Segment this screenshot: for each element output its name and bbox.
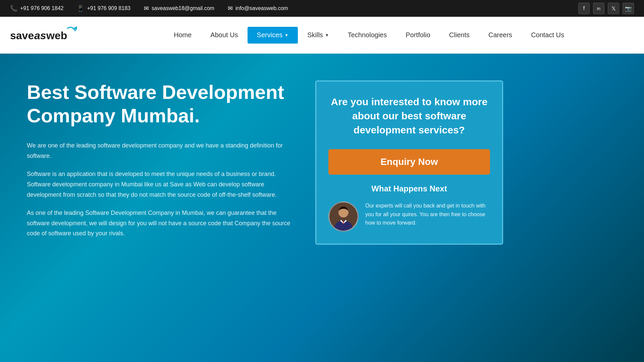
hero-title: Best Software Development Company Mumbai… xyxy=(27,80,295,127)
navbar: save as web Home About Us Services ▼ Ski… xyxy=(0,17,644,54)
facebook-icon[interactable]: f xyxy=(578,3,590,14)
email1-address: saveasweb18@gmail.com xyxy=(152,5,214,11)
email1-icon: ✉ xyxy=(144,5,149,12)
enquiry-now-button[interactable]: Enquiry Now xyxy=(328,149,490,175)
nav-clients[interactable]: Clients xyxy=(440,27,479,44)
nav-about-us[interactable]: About Us xyxy=(201,27,247,44)
logo-svg: save as web xyxy=(10,25,84,45)
what-happens-next-title: What Happens Next xyxy=(328,184,490,193)
email2-contact[interactable]: ✉ info@saveasweb.com xyxy=(228,5,288,12)
hero-paragraph-2: Software is an application that is devel… xyxy=(27,169,295,200)
whatsapp-icon: 📞 xyxy=(10,5,17,12)
nav-technologies[interactable]: Technologies xyxy=(338,27,396,44)
avatar xyxy=(328,201,359,232)
logo[interactable]: save as web xyxy=(10,25,84,45)
phone1-number: +91 976 906 1842 xyxy=(20,5,63,11)
phone1-contact[interactable]: 📞 +91 976 906 1842 xyxy=(10,5,63,12)
nav-home[interactable]: Home xyxy=(164,27,201,44)
nav-portfolio[interactable]: Portfolio xyxy=(396,27,439,44)
nav-contact-us[interactable]: Contact Us xyxy=(522,27,574,44)
nav-careers[interactable]: Careers xyxy=(479,27,522,44)
email2-icon: ✉ xyxy=(228,5,233,12)
hero-section: Best Software Development Company Mumbai… xyxy=(0,54,644,362)
expert-section: Our experts will call you back and get i… xyxy=(328,201,490,232)
email1-contact[interactable]: ✉ saveasweb18@gmail.com xyxy=(144,5,214,12)
phone2-number: +91 976 909 8183 xyxy=(87,5,130,11)
hero-content: Best Software Development Company Mumbai… xyxy=(27,80,295,247)
hero-paragraph-3: As one of the leading Software Developme… xyxy=(27,208,295,239)
hero-paragraph-1: We are one of the leading software devel… xyxy=(27,140,295,161)
expert-description: Our experts will call you back and get i… xyxy=(365,201,490,227)
email2-address: info@saveasweb.com xyxy=(235,5,288,11)
nav-skills[interactable]: Skills ▼ xyxy=(298,27,338,44)
phone2-contact[interactable]: 📱 +91 976 909 8183 xyxy=(77,5,130,12)
skills-dropdown-arrow: ▼ xyxy=(325,33,329,38)
services-dropdown-arrow: ▼ xyxy=(284,33,288,38)
avatar-image xyxy=(329,201,358,232)
card-question-text: Are you interested to know more about ou… xyxy=(328,95,490,137)
topbar-contacts: 📞 +91 976 906 1842 📱 +91 976 909 8183 ✉ … xyxy=(10,5,288,12)
nav-links: Home About Us Services ▼ Skills ▼ Techno… xyxy=(104,27,634,44)
nav-services[interactable]: Services ▼ xyxy=(248,27,298,44)
svg-text:save: save xyxy=(10,29,34,42)
enquiry-card: Are you interested to know more about ou… xyxy=(315,80,503,245)
svg-text:web: web xyxy=(46,29,67,42)
social-links: f in 𝕏 📷 xyxy=(578,3,634,14)
linkedin-icon[interactable]: in xyxy=(593,3,604,14)
phone-icon: 📱 xyxy=(77,5,84,12)
svg-text:as: as xyxy=(34,29,46,42)
instagram-icon[interactable]: 📷 xyxy=(623,3,634,14)
twitter-icon[interactable]: 𝕏 xyxy=(608,3,619,14)
topbar: 📞 +91 976 906 1842 📱 +91 976 909 8183 ✉ … xyxy=(0,0,644,17)
